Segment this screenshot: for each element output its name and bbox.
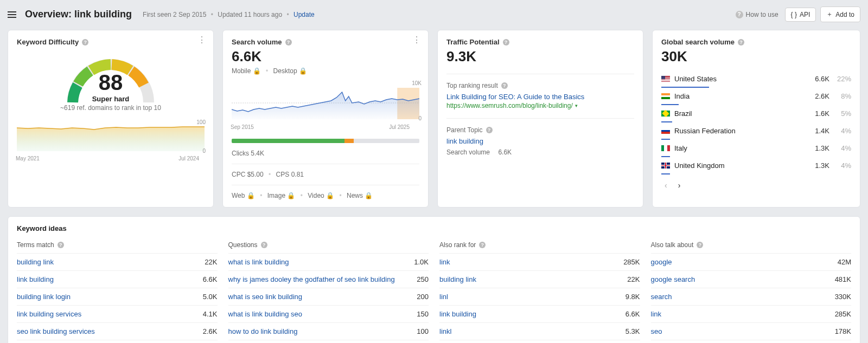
keyword-link[interactable]: linkl (439, 327, 451, 335)
more-menu-icon[interactable]: ⋮ (412, 36, 422, 44)
country-name: India (674, 92, 810, 100)
help-icon[interactable]: ? (503, 39, 509, 46)
keyword-value: 100 (417, 327, 429, 335)
view-all-link[interactable]: View all 154 ❯ (651, 340, 852, 343)
top-result-url-link[interactable]: https://www.semrush.com/blog/link-buildi… (446, 102, 634, 109)
top-result-title-link[interactable]: Link Building for SEO: A Guide to the Ba… (446, 93, 634, 101)
keyword-link[interactable]: linl (439, 293, 448, 301)
help-icon: ? (736, 11, 743, 18)
top-result-label: Top ranking result (446, 82, 498, 89)
keyword-link[interactable]: why is james dooley the godfather of seo… (228, 275, 395, 283)
keyword-link[interactable]: seo (651, 327, 662, 335)
keyword-value: 1.0K (414, 258, 429, 266)
country-pct: 4% (834, 127, 851, 135)
search-volume-value: 6.6K (232, 48, 419, 65)
desktop-label: Desktop (273, 67, 297, 75)
help-icon[interactable]: ? (58, 242, 64, 248)
how-to-use-link[interactable]: ? How to use (736, 11, 778, 18)
add-to-button[interactable]: ＋ Add to (820, 7, 860, 22)
flag-icon (661, 111, 670, 117)
help-icon[interactable]: ? (479, 242, 486, 248)
keyword-link[interactable]: what is link building (228, 258, 289, 266)
help-icon[interactable]: ? (501, 82, 508, 89)
plus-icon: ＋ (826, 10, 833, 19)
idea-row: link building6.6K (439, 305, 640, 322)
card-keyword-difficulty: Keyword Difficulty ? ⋮ 88 Super hard ~61… (8, 30, 214, 208)
view-all-link[interactable]: View all 1,878 ❯ (439, 340, 640, 343)
help-icon[interactable]: ? (82, 39, 88, 46)
keyword-value: 5.3K (626, 327, 640, 335)
idea-row: what is link building seo150 (228, 305, 429, 322)
card-title: Global search volume (661, 38, 735, 46)
keyword-link[interactable]: what is link building seo (228, 310, 303, 318)
keyword-value: 200 (417, 293, 429, 301)
update-link[interactable]: Update (293, 11, 315, 18)
country-row[interactable]: Brazil1.6K5% (661, 105, 851, 121)
kd-label: Super hard (17, 95, 205, 103)
country-row[interactable]: Russian Federation1.4K4% (661, 122, 851, 139)
keyword-link[interactable]: what is seo link building (228, 293, 303, 301)
api-button[interactable]: { } API (785, 8, 816, 22)
country-row[interactable]: United Kingdom1.3K4% (661, 157, 851, 173)
keyword-value: 22K (205, 258, 217, 266)
keyword-value: 481K (835, 275, 851, 283)
lock-icon: 🔒 (299, 67, 307, 75)
help-icon[interactable]: ? (486, 127, 493, 133)
idea-row: linl9.8K (439, 288, 640, 305)
keyword-link[interactable]: building link (17, 258, 54, 266)
card-keyword-ideas: Keyword ideas Terms match ?building link… (8, 216, 860, 343)
axis-label: May 2021 (16, 156, 40, 161)
next-page-icon[interactable]: › (678, 181, 681, 190)
keyword-link[interactable]: search (651, 293, 672, 301)
country-row[interactable]: India2.6K8% (661, 88, 851, 104)
keyword-value: 178K (835, 327, 851, 335)
keyword-link[interactable]: link (439, 258, 450, 266)
help-icon[interactable]: ? (738, 39, 744, 46)
menu-icon[interactable] (4, 8, 20, 21)
keyword-value: 4.1K (203, 310, 218, 318)
country-value: 2.6K (815, 92, 829, 100)
country-pct: 8% (834, 92, 851, 100)
idea-row: linkl5.3K (439, 322, 640, 340)
keyword-link[interactable]: link building (17, 275, 54, 283)
keyword-link[interactable]: link building (439, 310, 476, 318)
idea-row: building link22K (439, 270, 640, 288)
ideas-column-header: Questions ? (228, 241, 429, 253)
keyword-link[interactable]: how to do link building (228, 327, 298, 335)
help-icon[interactable]: ? (285, 39, 292, 46)
keyword-value: 9.8K (626, 293, 640, 301)
more-menu-icon[interactable]: ⋮ (197, 36, 207, 44)
keyword-value: 2.6K (203, 327, 218, 335)
axis-label: 0 (202, 148, 206, 154)
keyword-link[interactable]: seo link building services (17, 327, 95, 335)
keyword-link[interactable]: google (651, 258, 672, 266)
keyword-link[interactable]: link (651, 310, 662, 318)
serp-video: Video (308, 192, 324, 199)
country-row[interactable]: United States6.6K22% (661, 70, 851, 87)
help-icon[interactable]: ? (261, 242, 267, 248)
keyword-link[interactable]: google search (651, 275, 695, 283)
cps-value: 0.81 (291, 171, 304, 178)
keyword-link[interactable]: building link login (17, 293, 71, 301)
keyword-value: 6.6K (203, 275, 218, 283)
cpc-value: $5.00 (247, 171, 264, 178)
help-icon[interactable]: ? (697, 242, 703, 248)
prev-page-icon[interactable]: ‹ (665, 181, 667, 190)
parent-topic-link[interactable]: link building (446, 137, 634, 145)
view-all-link[interactable]: View all 308 ❯ (228, 340, 429, 343)
keyword-value: 6.6K (626, 310, 640, 318)
country-bar (661, 173, 670, 174)
keyword-link[interactable]: building link (439, 275, 476, 283)
keyword-link[interactable]: link building services (17, 310, 81, 318)
idea-row: what is seo link building200 (228, 288, 429, 305)
view-all-link[interactable]: View all 4,532 ❯ (17, 340, 218, 343)
country-row[interactable]: Italy1.3K4% (661, 140, 851, 156)
clicks-label: Clicks (232, 150, 249, 157)
lock-icon: 🔒 (326, 192, 334, 199)
country-name: United States (674, 75, 810, 83)
country-pct: 22% (834, 75, 851, 83)
braces-icon: { } (791, 11, 797, 18)
idea-row: why is james dooley the godfather of seo… (228, 270, 429, 288)
global-volume-value: 30K (661, 48, 851, 65)
axis-label: Sep 2015 (231, 124, 254, 130)
